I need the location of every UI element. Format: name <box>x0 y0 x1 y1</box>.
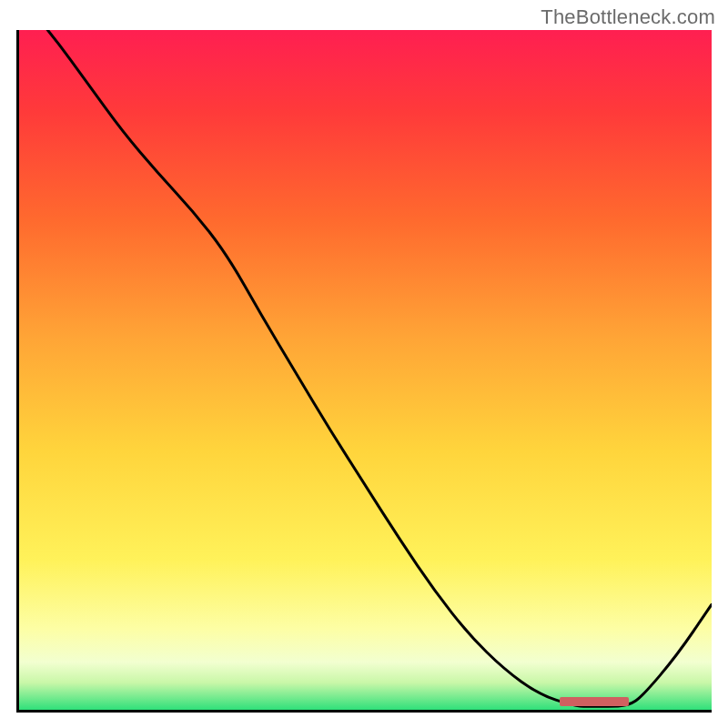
x-axis-line <box>16 710 712 713</box>
optimal-range-marker <box>560 697 629 706</box>
plot-area <box>19 30 712 710</box>
chart-container <box>16 30 712 713</box>
chart-svg <box>19 30 712 710</box>
watermark-text: TheBottleneck.com <box>541 5 715 29</box>
gradient-bg <box>19 30 712 710</box>
curve-line <box>19 30 712 706</box>
